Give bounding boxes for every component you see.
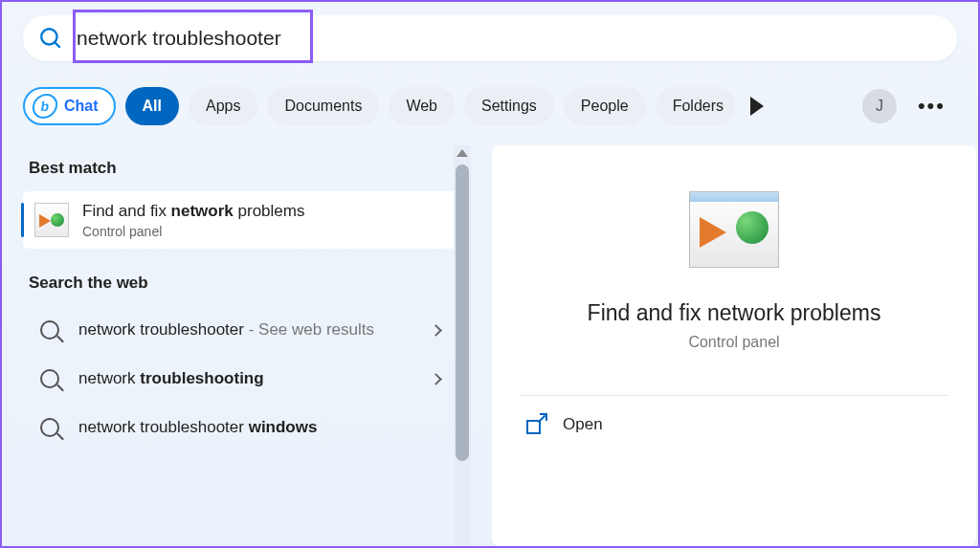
chevron-right-icon [430,324,442,337]
scroll-up-icon[interactable] [457,149,468,157]
web-result-2[interactable]: network troubleshooter windows [23,404,471,452]
search-icon [40,320,59,340]
web-result-1[interactable]: network troubleshooting [23,355,471,404]
open-action[interactable]: Open [521,396,947,453]
web-result-text: network troubleshooter windows [78,417,459,439]
preview-subtitle: Control panel [688,334,779,351]
scrollbar-thumb[interactable] [456,164,469,461]
filter-row: b Chat All Apps Documents Web Settings P… [23,80,957,132]
best-match-result[interactable]: Find and fix network problems Control pa… [23,191,471,249]
content-area: Best match Find and fix network problems… [2,145,978,546]
svg-line-1 [55,42,59,47]
troubleshooter-icon [34,203,69,237]
preview-title: Find and fix network problems [588,300,881,326]
open-external-icon [526,415,546,434]
filter-apps[interactable]: Apps [189,87,257,125]
search-icon [40,369,59,388]
result-title: Find and fix network problems [82,201,304,223]
web-result-text: network troubleshooter - See web results [78,319,432,341]
search-web-header: Search the web [23,260,471,306]
filter-settings[interactable]: Settings [464,87,554,125]
search-icon [38,26,63,51]
filter-folders[interactable]: Folders [656,87,735,125]
results-column: Best match Find and fix network problems… [2,145,471,546]
user-avatar[interactable]: J [862,89,897,123]
filter-chat[interactable]: b Chat [23,87,116,125]
svg-point-0 [41,29,56,44]
filter-people[interactable]: People [564,87,646,125]
result-subtitle: Control panel [82,224,304,239]
results-scrollbar[interactable] [454,145,471,546]
more-options-icon[interactable]: ••• [906,94,957,119]
web-result-0[interactable]: network troubleshooter - See web results [23,306,471,355]
search-icon [40,418,59,437]
filter-all[interactable]: All [125,87,179,125]
preview-icon [689,191,779,268]
best-match-header: Best match [23,145,471,191]
open-label: Open [563,415,603,434]
filter-label: Chat [64,98,99,115]
search-input[interactable] [77,27,942,50]
filter-web[interactable]: Web [389,87,455,125]
chevron-right-icon [430,373,442,385]
filter-documents[interactable]: Documents [267,87,379,125]
web-result-text: network troubleshooting [78,368,432,390]
preview-panel: Find and fix network problems Control pa… [492,145,976,546]
scroll-filters-right-icon[interactable] [750,97,764,116]
search-bar[interactable] [23,15,957,61]
bing-icon: b [31,94,59,119]
